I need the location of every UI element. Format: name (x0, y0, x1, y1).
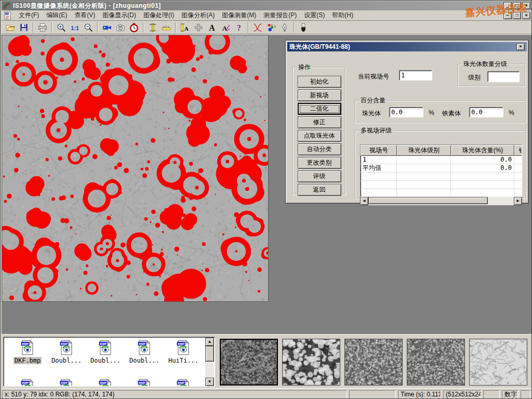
camera-icon[interactable] (114, 21, 127, 34)
table-cell (361, 181, 397, 189)
table-header-2[interactable]: 珠光体级别 (397, 145, 451, 156)
mdi-minimize-button[interactable]: − (503, 12, 512, 19)
table-row-1[interactable]: 10.0 (361, 156, 522, 164)
svg-text:BMP: BMP (139, 342, 145, 345)
file-item-row2-5[interactable]: BMP (165, 379, 202, 387)
ferrite-percent-input[interactable] (469, 107, 503, 117)
scroll-down-icon[interactable]: ▼ (205, 378, 214, 386)
pen-icon[interactable] (278, 21, 291, 34)
correct-button[interactable]: 修正 (298, 116, 341, 128)
grade-button[interactable]: 评级 (298, 170, 341, 182)
menu-item-10[interactable]: 帮助(H) (328, 10, 357, 21)
caliper-vertical-icon[interactable] (146, 21, 159, 34)
point-label-icon[interactable]: 13 (264, 21, 278, 34)
print-icon[interactable] (36, 21, 49, 34)
dialog-body: 操作 初始化新视场二值化修正点取珠光体自动分类更改类别评级返回 当前视场号 珠光… (287, 51, 527, 201)
move-cross-icon[interactable] (192, 21, 205, 34)
menu-item-9[interactable]: 设置(S) (300, 10, 328, 21)
auto-classify-button[interactable]: 自动分类 (298, 143, 341, 155)
menu-item-2[interactable]: 编辑(E) (43, 10, 71, 21)
file-item-4[interactable]: BMPDoubl... (126, 340, 163, 364)
new-field-button[interactable]: 新视场 (298, 89, 341, 101)
table-row-4[interactable] (361, 181, 522, 189)
table-row-3[interactable] (361, 172, 522, 181)
pearlite-percent-input[interactable] (389, 107, 423, 117)
curve-tool-icon[interactable] (251, 21, 264, 34)
file-item-row2-1[interactable]: BMP (9, 379, 46, 387)
table-header-1[interactable]: 视场号 (361, 145, 397, 156)
scrollbar-thumb[interactable] (368, 197, 488, 204)
binarize-button[interactable]: 二值化 (298, 103, 341, 115)
measure-text-icon[interactable]: A (178, 21, 192, 34)
toolbar-separator (294, 22, 295, 33)
timer-icon[interactable] (127, 21, 141, 34)
scroll-right-icon[interactable]: ► (514, 197, 522, 205)
file-scrollbar-thumb[interactable] (205, 346, 214, 362)
minimize-button[interactable]: _ (503, 2, 512, 9)
text-edit-icon[interactable]: A (219, 21, 232, 34)
mdi-restore-button[interactable]: ❐ (513, 12, 521, 19)
table-header-4[interactable]: 铁素体含量(%) (514, 145, 522, 156)
thumbnail-2[interactable] (282, 339, 340, 385)
scrollbar-track[interactable] (368, 197, 514, 205)
table-horizontal-scrollbar[interactable]: ◄ ► (360, 197, 522, 205)
table-row-5[interactable] (361, 189, 522, 197)
menu-item-7[interactable]: 图像测量(M) (218, 10, 260, 21)
open-folder-icon[interactable] (4, 21, 17, 34)
return-button[interactable]: 返回 (298, 184, 341, 196)
help-icon[interactable]: ? (232, 21, 246, 34)
video-camera-icon[interactable] (100, 21, 114, 34)
file-item-2[interactable]: BMPDoubl... (48, 340, 85, 364)
menu-item-3[interactable]: 查看(V) (71, 10, 99, 21)
brush-icon[interactable] (297, 21, 310, 34)
file-item-5[interactable]: BMPHuiTi... (165, 340, 202, 364)
file-listbox: BMPDKF.bmpBMPDoubl...BMPDoubl...BMPDoubl… (3, 337, 215, 387)
current-field-input[interactable] (399, 70, 432, 81)
thumbnail-3[interactable] (344, 339, 403, 385)
menu-item-4[interactable]: 图像显示(D) (99, 10, 140, 21)
toolbar-separator (175, 22, 176, 33)
ferrite-label: 铁素体 (442, 109, 461, 118)
svg-text:BMP: BMP (100, 381, 107, 384)
file-item-3[interactable]: BMPDoubl... (87, 340, 124, 364)
menu-item-8[interactable]: 测量报告(P) (260, 10, 300, 21)
table-header-3[interactable]: 珠光体含量(%) (451, 145, 514, 156)
pick-pearlite-button[interactable]: 点取珠光体 (298, 130, 341, 142)
app-icon (3, 2, 11, 10)
thumbnail-5[interactable] (469, 339, 527, 385)
actual-size-icon[interactable]: 1:1 (68, 21, 82, 34)
file-list-scrollbar[interactable]: ▲ ▼ (205, 338, 214, 386)
scroll-up-icon[interactable]: ▲ (205, 338, 214, 346)
thumbnail-1[interactable] (220, 339, 278, 385)
application-window: IS100显微摄像系统(金相分析版) - [zhuguangti01] _ □ … (0, 0, 532, 399)
file-item-row2-4[interactable]: BMP (126, 379, 163, 387)
table-cell: 0.0 (451, 156, 514, 164)
file-item-1[interactable]: BMPDKF.bmp (9, 340, 46, 364)
thumbnail-4[interactable] (407, 339, 465, 385)
text-icon[interactable]: A (205, 21, 219, 34)
scroll-left-icon[interactable]: ◄ (360, 197, 368, 205)
menu-item-6[interactable]: 图像分析(A) (178, 10, 218, 21)
dialog-close-button[interactable]: × (516, 43, 525, 50)
file-item-row2-3[interactable]: BMP (87, 379, 124, 387)
multi-field-group: 多视场评级 视场号珠光体级别珠光体含量(%)铁素体含量(%) 10.0平均值0.… (355, 126, 526, 199)
file-item-row2-2[interactable]: BMP (48, 379, 85, 387)
level-input[interactable] (487, 71, 520, 82)
menu-item-5[interactable]: 图像处理(I) (140, 10, 178, 21)
svg-text:DOC: DOC (6, 13, 10, 15)
zoom-in-icon[interactable] (55, 21, 68, 34)
zoom-out-icon[interactable] (82, 21, 95, 34)
micrograph-image[interactable] (2, 35, 269, 302)
menu-item-1[interactable]: 文件(F) (15, 10, 43, 21)
ruler-horizontal-icon[interactable] (159, 21, 173, 34)
bmp-file-icon: BMP (9, 340, 46, 357)
mdi-window-buttons: − ❐ × (502, 12, 530, 19)
close-button[interactable]: × (522, 2, 530, 9)
table-cell (514, 164, 522, 172)
mdi-close-button[interactable]: × (522, 12, 530, 19)
save-icon[interactable] (17, 21, 31, 34)
table-row-2[interactable]: 平均值0.0 (361, 164, 522, 172)
change-class-button[interactable]: 更改类别 (298, 157, 341, 169)
init-button[interactable]: 初始化 (298, 76, 341, 88)
maximize-button[interactable]: □ (513, 2, 521, 9)
